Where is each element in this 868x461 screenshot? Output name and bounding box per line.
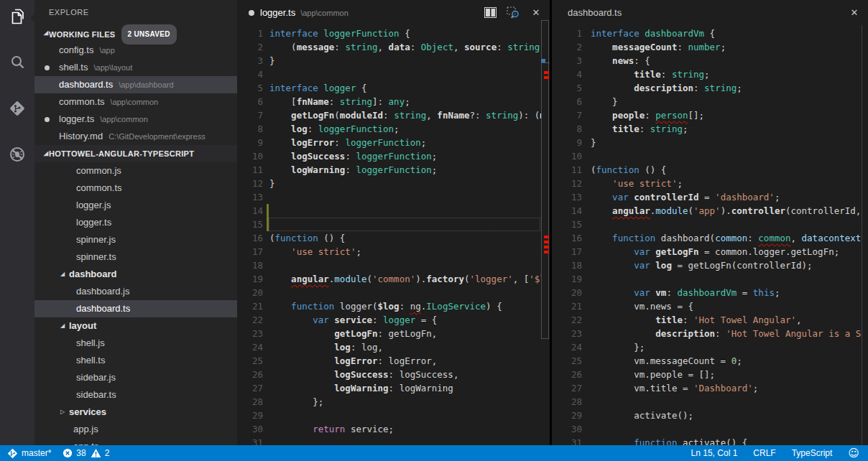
tree-item[interactable]: sidebar.js (34, 369, 237, 386)
project-root-header[interactable]: ◢ HOTTOWEL-ANGULAR-TYPESCRIPT (34, 145, 237, 162)
code-line[interactable]: 12} (237, 177, 541, 190)
code-line[interactable]: 21 vm.news = { (552, 299, 862, 313)
code-line[interactable]: 5interface logger { (237, 81, 541, 95)
code-line[interactable]: 3} (237, 54, 541, 67)
tree-item[interactable]: common.js (34, 162, 237, 180)
scrollbar-slider[interactable] (541, 20, 549, 339)
git-branch-status[interactable]: master* (7, 448, 51, 459)
code-line[interactable]: 12 'use strict'; (552, 177, 862, 190)
tab-title[interactable]: logger.ts (260, 7, 295, 18)
overview-ruler[interactable] (541, 0, 550, 445)
working-file-item[interactable]: logger.ts\app\common (34, 111, 237, 128)
code-line[interactable]: 22 title: 'Hot Towel Angular', (552, 313, 862, 327)
working-file-item[interactable]: common.ts\app\common (34, 93, 237, 111)
code-lines-1[interactable]: 1interface dashboardVm {2 messageCount: … (552, 27, 862, 445)
code-line[interactable]: 13 var controllerId = 'dashboard'; (552, 190, 862, 204)
code-line[interactable]: 23 getLogFn: getLogFn, (237, 327, 541, 340)
code-line[interactable]: 1interface loggerFunction { (237, 27, 541, 40)
code-line[interactable]: 24 }; (552, 340, 862, 354)
code-line[interactable]: 4 title: string; (552, 67, 862, 81)
code-line[interactable]: 31 (237, 436, 541, 445)
tree-folder[interactable]: ▷services (34, 404, 237, 421)
code-line[interactable]: 14 angular.module('app').controller(cont… (552, 204, 862, 218)
debug-activity-button[interactable] (0, 138, 34, 171)
tree-folder[interactable]: ◢layout (34, 317, 237, 335)
code-line[interactable]: 17 'use strict'; (237, 245, 541, 259)
close-editor-button[interactable]: ✕ (848, 6, 861, 19)
code-line[interactable]: 16 function dashboard(common: common, da… (552, 231, 862, 245)
code-line[interactable]: 5 description: string; (552, 81, 862, 95)
tree-item[interactable]: dashboard.ts (34, 300, 237, 317)
code-line[interactable]: 31 function activate() { (552, 436, 862, 445)
code-line[interactable]: 10 (552, 149, 862, 163)
code-line[interactable]: 22 var service: logger = { (237, 313, 541, 327)
tree-item[interactable]: app.ts (34, 438, 237, 445)
code-line[interactable]: 8 log: loggerFunction; (237, 122, 541, 136)
code-line[interactable]: 29 (237, 409, 541, 422)
code-line[interactable]: 18 var log = getLogFn(controllerId); (552, 259, 862, 272)
code-line[interactable]: 14 (237, 204, 541, 218)
code-line[interactable]: 19 angular.module('common').factory('log… (237, 272, 541, 286)
code-line[interactable]: 9 logError: loggerFunction; (237, 136, 541, 149)
code-line[interactable]: 26 vm.people = []; (552, 368, 862, 381)
tree-item[interactable]: sidebar.ts (34, 386, 237, 404)
code-line[interactable]: 1interface dashboardVm { (552, 27, 862, 40)
tree-item[interactable]: app.js (34, 421, 237, 438)
tree-item[interactable]: common.ts (34, 180, 237, 197)
code-line[interactable]: 8 title: string; (552, 122, 862, 136)
code-line[interactable]: 7 people: person[]; (552, 108, 862, 122)
overview-ruler[interactable] (862, 25, 868, 445)
tree-item[interactable]: logger.js (34, 197, 237, 214)
feedback-smiley-icon[interactable]: ☺ (848, 448, 859, 459)
tree-item[interactable]: shell.js (34, 335, 237, 352)
code-line[interactable]: 2 (message: string, data: Object, source… (237, 40, 541, 54)
code-line[interactable]: 27 vm.title = 'Dashboard'; (552, 381, 862, 395)
code-line[interactable]: 4 (237, 67, 541, 81)
git-activity-button[interactable] (0, 92, 34, 125)
tab-title[interactable]: dashboard.ts (568, 7, 622, 18)
code-line[interactable]: 17 var getLogFn = common.logger.getLogFn… (552, 245, 862, 259)
code-line[interactable]: 27 logWarning: logWarning (237, 381, 541, 395)
code-line[interactable]: 30 return service; (237, 422, 541, 436)
errors-status[interactable]: 38 (63, 448, 86, 458)
code-line[interactable]: 11 logWarning: loggerFunction; (237, 163, 541, 177)
code-line[interactable]: 26 logSuccess: logSuccess, (237, 368, 541, 381)
code-line[interactable]: 21 function logger($log: ng.ILogService)… (237, 299, 541, 313)
tree-item[interactable]: spinner.ts (34, 248, 237, 266)
explorer-activity-button[interactable] (0, 0, 34, 33)
code-line[interactable]: 28 }; (237, 395, 541, 409)
code-line[interactable]: 25 logError: logError, (237, 354, 541, 368)
code-line[interactable]: 13 (237, 190, 541, 204)
code-line[interactable]: 20 (237, 286, 541, 299)
working-files-header[interactable]: ◢ WORKING FILES2 UNSAVED (34, 24, 237, 42)
tree-item[interactable]: dashboard.js (34, 283, 237, 300)
code-line[interactable]: 23 description: 'Hot Towel Angular is a … (552, 327, 862, 340)
tree-item[interactable]: logger.ts (34, 214, 237, 231)
search-activity-button[interactable] (0, 46, 34, 79)
code-line[interactable]: 6 [fnName: string]: any; (237, 95, 541, 108)
warnings-status[interactable]: 2 (91, 448, 110, 458)
code-line[interactable]: 29 activate(); (552, 409, 862, 422)
code-line[interactable]: 15 (237, 218, 541, 231)
code-line[interactable]: 15 (552, 218, 862, 231)
split-editor-button[interactable] (484, 6, 497, 19)
cursor-position-status[interactable]: Ln 15, Col 1 (691, 448, 738, 458)
code-line[interactable]: 2 messageCount: number; (552, 40, 862, 54)
code-line[interactable]: 11(function () { (552, 163, 862, 177)
code-line[interactable]: 24 log: log, (237, 340, 541, 354)
working-file-item[interactable]: config.ts\app (34, 42, 237, 59)
eol-status[interactable]: CRLF (753, 448, 775, 458)
code-line[interactable]: 28 (552, 395, 862, 409)
code-line[interactable]: 3 news: { (552, 54, 862, 67)
code-line[interactable]: 10 logSuccess: loggerFunction; (237, 149, 541, 163)
code-line[interactable]: 16(function () { (237, 231, 541, 245)
code-line[interactable]: 19 (552, 272, 862, 286)
working-file-item[interactable]: dashboard.ts\app\dashboard (34, 76, 237, 93)
tree-item[interactable]: spinner.js (34, 231, 237, 248)
code-line[interactable]: 9} (552, 136, 862, 149)
code-line[interactable]: 30 (552, 422, 862, 436)
open-preview-button[interactable] (507, 6, 520, 19)
code-line[interactable]: 20 var vm: dashboardVm = this; (552, 286, 862, 299)
working-file-item[interactable]: shell.ts\app\layout (34, 59, 237, 76)
code-line[interactable]: 6 } (552, 95, 862, 108)
